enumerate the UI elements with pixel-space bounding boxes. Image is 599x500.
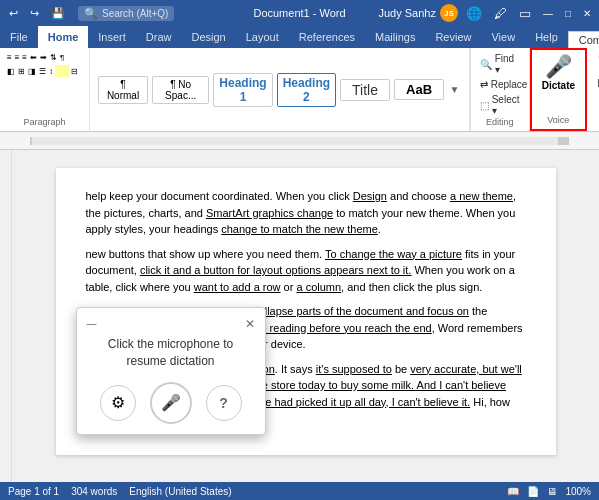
- doc-link-13: it's supposed to: [316, 363, 392, 375]
- ribbon: ≡ ≡ ≡ ⬅ ➡ ⇅ ¶ ◧ ⊞ ◨ ☰ ↕ ⊟ Par: [0, 48, 599, 132]
- doc-link-1: Design: [353, 190, 387, 202]
- user-name: Judy Sanhz: [378, 7, 435, 19]
- tab-draw[interactable]: Draw: [136, 26, 182, 48]
- ribbon-icon-1[interactable]: 🌐: [462, 4, 486, 23]
- popup-minimize-btn[interactable]: —: [87, 318, 97, 330]
- settings-btn[interactable]: ⚙: [100, 385, 136, 421]
- tab-insert[interactable]: Insert: [88, 26, 136, 48]
- doc-link-4: change to match the new theme: [221, 223, 378, 235]
- find-icon: 🔍: [480, 59, 492, 70]
- paragraph-label: Paragraph: [6, 117, 83, 127]
- style-aab[interactable]: AaB: [394, 79, 444, 100]
- style-normal[interactable]: ¶ Normal: [98, 76, 148, 104]
- list-multi-btn[interactable]: ≡: [21, 52, 28, 63]
- dictate-popup: — ✕ Click the microphone to resume dicta…: [76, 307, 266, 435]
- undo-btn[interactable]: ↩: [4, 5, 23, 22]
- shading-btn[interactable]: [55, 65, 69, 77]
- voice-group-label: Voice: [547, 115, 569, 125]
- doc-link-14: very accurate, but we'll: [410, 363, 522, 375]
- styles-group: ¶ Normal ¶ No Spac... Heading 1 Heading …: [90, 48, 470, 131]
- style-heading1[interactable]: Heading 1: [213, 73, 272, 107]
- view-print-icon[interactable]: 📄: [527, 486, 539, 497]
- title-bar-right: Judy Sanhz JS 🌐 🖊 ▭ — □ ✕: [378, 4, 595, 23]
- popup-title-bar: — ✕: [87, 318, 255, 330]
- zoom-level[interactable]: 100%: [565, 486, 591, 497]
- ribbon-close[interactable]: ✕: [579, 6, 595, 21]
- list-number-btn[interactable]: ≡: [14, 52, 21, 63]
- tab-file[interactable]: File: [0, 26, 38, 48]
- replace-label: Replace: [491, 79, 528, 90]
- align-center-btn[interactable]: ⊞: [17, 65, 26, 77]
- ribbon-icon-2[interactable]: 🖊: [490, 4, 511, 23]
- style-heading2[interactable]: Heading 2: [277, 73, 336, 107]
- doc-link-11: stop reading before you reach the end: [246, 322, 432, 334]
- decrease-indent-btn[interactable]: ⬅: [29, 52, 38, 63]
- document-page: help keep your document coordinated. Whe…: [56, 168, 556, 455]
- para-row-2: ◧ ⊞ ◨ ☰ ↕ ⊟: [6, 65, 83, 77]
- redo-btn[interactable]: ↪: [25, 5, 44, 22]
- tab-design[interactable]: Design: [181, 26, 235, 48]
- popup-controls: ⚙ 🎤 ?: [87, 382, 255, 424]
- search-label: Search (Alt+Q): [102, 8, 168, 19]
- select-label: Select ▾: [492, 94, 520, 116]
- style-title[interactable]: Title: [340, 79, 390, 101]
- list-bullet-btn[interactable]: ≡: [6, 52, 13, 63]
- editor-group[interactable]: ✏️ Editor Editor: [587, 48, 599, 131]
- border-btn[interactable]: ⊟: [70, 65, 79, 77]
- doc-para-1: help keep your document coordinated. Whe…: [86, 188, 526, 238]
- align-right-btn[interactable]: ◨: [27, 65, 37, 77]
- dictate-icon: 🎤: [545, 54, 572, 80]
- increase-indent-btn[interactable]: ➡: [39, 52, 48, 63]
- tab-view[interactable]: View: [481, 26, 525, 48]
- dictate-group[interactable]: 🎤 Dictate Voice: [530, 48, 587, 131]
- select-icon: ⬚: [480, 100, 489, 111]
- tabs-list: File Home Insert Draw Design Layout Refe…: [0, 26, 568, 48]
- paragraph-group: ≡ ≡ ≡ ⬅ ➡ ⇅ ¶ ◧ ⊞ ◨ ☰ ↕ ⊟ Par: [0, 48, 90, 131]
- popup-close-btn[interactable]: ✕: [245, 318, 255, 330]
- dictate-label: Dictate: [542, 80, 575, 91]
- left-margin: [0, 150, 12, 482]
- find-label: Find ▾: [495, 53, 520, 75]
- style-normal-label: ¶ Normal: [105, 79, 141, 101]
- popup-message: Click the microphone to resume dictation: [87, 336, 255, 370]
- ribbon-maximize[interactable]: □: [561, 6, 575, 21]
- select-btn[interactable]: ⬚ Select ▾: [477, 93, 523, 117]
- style-heading2-label: Heading 2: [283, 76, 330, 104]
- ribbon-minimize[interactable]: —: [539, 6, 557, 21]
- view-web-icon[interactable]: 🖥: [547, 486, 557, 497]
- tab-help[interactable]: Help: [525, 26, 568, 48]
- styles-dropdown-btn[interactable]: ▼: [448, 84, 461, 95]
- find-btn[interactable]: 🔍 Find ▾: [477, 52, 523, 76]
- tab-area: File Home Insert Draw Design Layout Refe…: [0, 26, 599, 48]
- tab-home[interactable]: Home: [38, 26, 89, 48]
- title-bar-title: Document1 - Word: [253, 7, 345, 19]
- style-aab-label: AaB: [406, 82, 432, 97]
- microphone-btn[interactable]: 🎤: [150, 382, 192, 424]
- save-btn[interactable]: 💾: [46, 5, 70, 22]
- tab-references[interactable]: References: [289, 26, 365, 48]
- tab-review[interactable]: Review: [425, 26, 481, 48]
- sort-btn[interactable]: ⇅: [49, 52, 58, 63]
- style-heading1-label: Heading 1: [219, 76, 266, 104]
- style-nospace[interactable]: ¶ No Spac...: [152, 76, 209, 104]
- tab-mailings[interactable]: Mailings: [365, 26, 425, 48]
- tab-layout[interactable]: Layout: [236, 26, 289, 48]
- word-count: 304 words: [71, 486, 117, 497]
- doc-link-5: To change the way a picture: [325, 248, 462, 260]
- comments-tab[interactable]: Comments: [568, 31, 599, 48]
- align-left-btn[interactable]: ◧: [6, 65, 16, 77]
- show-formatting-btn[interactable]: ¶: [59, 52, 65, 63]
- help-icon: ?: [219, 395, 228, 411]
- title-bar-left: ↩ ↪ 💾 🔍 Search (Alt+Q): [4, 5, 174, 22]
- replace-icon: ⇄: [480, 79, 488, 90]
- search-icon: 🔍: [84, 7, 98, 20]
- line-spacing-btn[interactable]: ↕: [48, 65, 54, 77]
- justify-btn[interactable]: ☰: [38, 65, 47, 77]
- replace-btn[interactable]: ⇄ Replace: [477, 78, 523, 91]
- help-btn[interactable]: ?: [206, 385, 242, 421]
- editing-controls: 🔍 Find ▾ ⇄ Replace ⬚ Select ▾: [477, 52, 523, 117]
- search-bar[interactable]: 🔍 Search (Alt+Q): [78, 6, 174, 21]
- ribbon-icon-3[interactable]: ▭: [515, 4, 535, 23]
- doc-link-7: want to add a row: [194, 281, 281, 293]
- view-read-icon[interactable]: 📖: [507, 486, 519, 497]
